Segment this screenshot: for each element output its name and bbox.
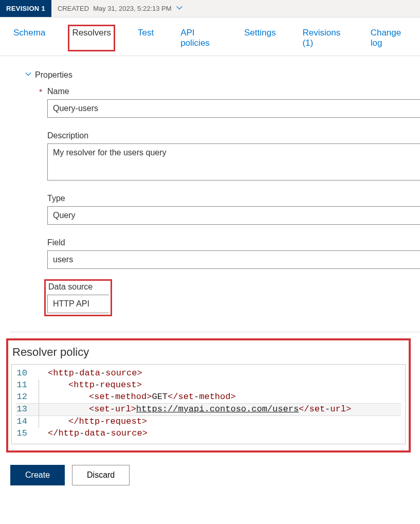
code-content: </http-data-source> xyxy=(48,428,401,440)
data-source-label: Data source xyxy=(47,282,109,292)
section-divider xyxy=(10,332,420,332)
indent-guide xyxy=(36,391,48,403)
discard-button[interactable]: Discard xyxy=(72,465,130,485)
line-number: 12 xyxy=(16,391,36,403)
line-number: 13 xyxy=(16,404,36,415)
line-number: 14 xyxy=(16,416,36,428)
code-line[interactable]: 15</http-data-source> xyxy=(16,428,401,440)
tab-schema[interactable]: Schema xyxy=(10,26,48,50)
properties-form: Properties * Name Query-users Descriptio… xyxy=(0,56,420,332)
code-line[interactable]: 12<set-method>GET</set-method> xyxy=(16,391,401,403)
code-line[interactable]: 13<set-url>https://myapi.contoso.com/use… xyxy=(16,403,401,416)
code-content: <http-data-source> xyxy=(48,368,401,380)
tab-test[interactable]: Test xyxy=(135,26,157,50)
line-number: 10 xyxy=(16,368,36,380)
revision-created-label: CREATED xyxy=(58,5,89,12)
properties-label: Properties xyxy=(35,70,72,80)
description-label: Description xyxy=(47,131,420,140)
data-source-select[interactable]: HTTP API xyxy=(47,295,109,313)
name-label: Name xyxy=(47,87,420,96)
chevron-down-icon xyxy=(25,70,32,80)
footer-actions: Create Discard xyxy=(0,465,420,496)
code-content: </http-request> xyxy=(48,416,401,428)
indent-guide xyxy=(36,404,48,415)
field-select[interactable]: users xyxy=(47,250,420,269)
data-source-highlight: Data source HTTP API xyxy=(47,282,109,313)
field-label: Field xyxy=(47,238,420,247)
tab-api-policies[interactable]: API policies xyxy=(177,26,221,50)
line-number: 15 xyxy=(16,428,36,440)
required-indicator: * xyxy=(39,87,47,97)
type-select[interactable]: Query xyxy=(47,206,420,225)
resolver-policy-highlight: Resolver policy 10<http-data-source>11<h… xyxy=(9,341,408,449)
indent-guide xyxy=(36,428,48,440)
tab-resolvers[interactable]: Resolvers xyxy=(69,26,114,50)
indent-guide xyxy=(36,380,48,391)
indent-guide xyxy=(36,368,48,380)
type-label: Type xyxy=(47,194,420,203)
indent-guide xyxy=(36,416,48,428)
code-content: <set-url>https://myapi.contoso.com/users… xyxy=(48,404,401,415)
create-button[interactable]: Create xyxy=(10,465,65,485)
revision-created[interactable]: CREATED May 31, 2023, 5:22:13 PM xyxy=(51,0,189,17)
tab-bar: Schema Resolvers Test API policies Setti… xyxy=(0,17,420,56)
resolver-policy-editor[interactable]: 10<http-data-source>11<http-request>12<s… xyxy=(11,364,406,444)
revision-created-value: May 31, 2023, 5:22:13 PM xyxy=(93,5,171,12)
revision-bar: REVISION 1 CREATED May 31, 2023, 5:22:13… xyxy=(0,0,420,17)
tab-settings[interactable]: Settings xyxy=(241,26,279,50)
code-line[interactable]: 14</http-request> xyxy=(16,416,401,428)
name-input[interactable]: Query-users xyxy=(47,99,420,118)
properties-header[interactable]: Properties xyxy=(10,66,420,87)
code-line[interactable]: 11<http-request> xyxy=(16,380,401,391)
resolver-policy-title: Resolver policy xyxy=(11,344,406,364)
revision-badge: REVISION 1 xyxy=(0,0,51,17)
tab-revisions[interactable]: Revisions (1) xyxy=(299,26,346,50)
code-content: <set-method>GET</set-method> xyxy=(48,391,401,403)
code-content: <http-request> xyxy=(48,380,401,391)
description-input[interactable]: My resolver for the users query xyxy=(47,143,420,180)
code-line[interactable]: 10<http-data-source> xyxy=(16,368,401,380)
line-number: 11 xyxy=(16,380,36,391)
tab-change-log[interactable]: Change log xyxy=(368,26,410,50)
chevron-down-icon xyxy=(176,4,183,13)
